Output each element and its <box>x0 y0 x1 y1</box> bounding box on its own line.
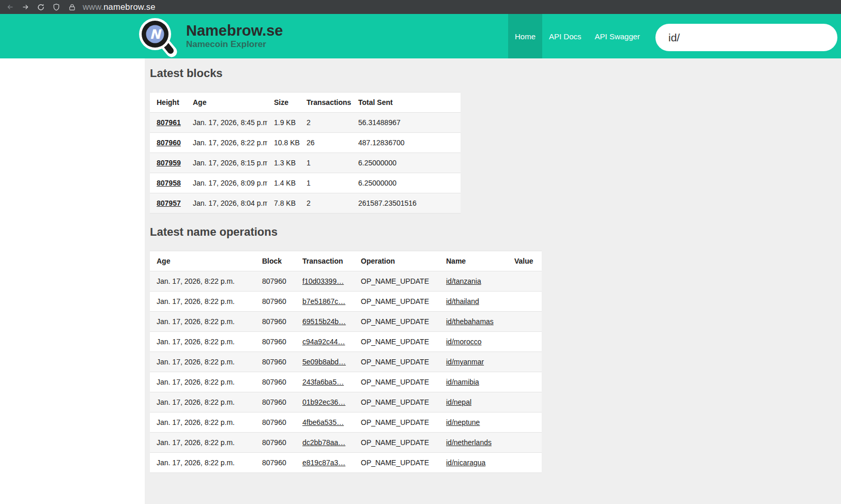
op-value <box>508 332 542 352</box>
col-operation: Operation <box>354 251 439 271</box>
lock-icon[interactable] <box>64 0 80 14</box>
latest-name-operations-heading: Latest name operations <box>150 225 836 239</box>
name-operation-row: Jan. 17, 2026, 8:22 p.m. 807960 69515b24… <box>150 312 542 332</box>
block-height-link[interactable]: 807960 <box>157 139 181 147</box>
block-height-link[interactable]: 807957 <box>157 199 181 207</box>
op-age: Jan. 17, 2026, 8:22 p.m. <box>150 292 255 312</box>
magnifier-coin-logo-icon: N <box>137 16 179 57</box>
block-row: 807957 Jan. 17, 2026, 8:04 p.m. 7.8 KB 2… <box>150 193 461 213</box>
nav-item-api-swagger[interactable]: API Swagger <box>588 14 647 58</box>
name-link[interactable]: id/nicaragua <box>446 459 485 467</box>
name-link[interactable]: id/netherlands <box>446 438 492 447</box>
op-value <box>508 292 542 312</box>
col-block: Block <box>255 251 296 271</box>
transaction-link[interactable]: dc2bb78aa… <box>302 438 345 447</box>
block-age: Jan. 17, 2026, 8:45 p.m. <box>186 113 267 133</box>
op-block: 807960 <box>255 372 296 392</box>
op-value <box>508 453 542 473</box>
ops-header-row: Age Block Transaction Operation Name Val… <box>150 251 542 271</box>
op-block: 807960 <box>255 433 296 453</box>
name-operation-row: Jan. 17, 2026, 8:22 p.m. 807960 b7e51867… <box>150 292 542 312</box>
op-operation: OP_NAME_UPDATE <box>354 433 439 453</box>
block-height-link[interactable]: 807959 <box>157 159 181 167</box>
name-operation-row: Jan. 17, 2026, 8:22 p.m. 807960 dc2bb78a… <box>150 433 542 453</box>
op-value <box>508 352 542 372</box>
op-block: 807960 <box>255 352 296 372</box>
nav-item-home[interactable]: Home <box>508 14 542 58</box>
name-link[interactable]: id/thailand <box>446 297 479 306</box>
url-prefix: www. <box>83 2 103 11</box>
op-value <box>508 312 542 332</box>
op-operation: OP_NAME_UPDATE <box>354 352 439 372</box>
op-operation: OP_NAME_UPDATE <box>354 332 439 352</box>
block-size: 10.8 KB <box>267 133 300 153</box>
block-size: 1.9 KB <box>267 113 300 133</box>
op-operation: OP_NAME_UPDATE <box>354 453 439 473</box>
block-total-sent: 56.31488967 <box>351 113 461 133</box>
op-age: Jan. 17, 2026, 8:22 p.m. <box>150 312 255 332</box>
transaction-link[interactable]: b7e51867c… <box>302 297 345 306</box>
transaction-link[interactable]: c94a92c44… <box>302 338 345 346</box>
block-row: 807958 Jan. 17, 2026, 8:09 p.m. 1.4 KB 1… <box>150 173 461 193</box>
transaction-link[interactable]: 243fa6ba5… <box>302 378 344 386</box>
name-operation-row: Jan. 17, 2026, 8:22 p.m. 807960 c94a92c4… <box>150 332 542 352</box>
forward-icon[interactable] <box>18 0 33 14</box>
op-age: Jan. 17, 2026, 8:22 p.m. <box>150 372 255 392</box>
block-row: 807959 Jan. 17, 2026, 8:15 p.m. 1.3 KB 1… <box>150 153 461 173</box>
name-link[interactable]: id/namibia <box>446 378 479 386</box>
svg-text:N: N <box>150 27 162 42</box>
op-age: Jan. 17, 2026, 8:22 p.m. <box>150 453 255 473</box>
block-total-sent: 261587.23501516 <box>351 193 461 213</box>
url-domain: namebrow.se <box>103 2 155 11</box>
reload-icon[interactable] <box>33 0 49 14</box>
name-link[interactable]: id/nepal <box>446 398 471 406</box>
block-size: 7.8 KB <box>267 193 300 213</box>
op-block: 807960 <box>255 392 296 413</box>
name-link[interactable]: id/morocco <box>446 338 481 346</box>
block-total-sent: 487.12836700 <box>351 133 461 153</box>
name-link[interactable]: id/myanmar <box>446 358 484 366</box>
op-operation: OP_NAME_UPDATE <box>354 292 439 312</box>
url-bar[interactable]: www.namebrow.se <box>83 2 156 12</box>
name-link[interactable]: id/neptune <box>446 418 480 426</box>
search-input[interactable] <box>655 24 837 51</box>
op-operation: OP_NAME_UPDATE <box>354 372 439 392</box>
name-operation-row: Jan. 17, 2026, 8:22 p.m. 807960 f10d0339… <box>150 271 542 292</box>
transaction-link[interactable]: 5e09b8abd… <box>302 358 346 366</box>
name-link[interactable]: id/thebahamas <box>446 317 494 326</box>
block-height-link[interactable]: 807961 <box>157 118 181 127</box>
op-value <box>508 372 542 392</box>
op-value <box>508 271 542 292</box>
op-age: Jan. 17, 2026, 8:22 p.m. <box>150 352 255 372</box>
browser-toolbar: www.namebrow.se <box>0 0 841 14</box>
back-icon[interactable] <box>2 0 18 14</box>
op-block: 807960 <box>255 453 296 473</box>
block-size: 1.4 KB <box>267 173 300 193</box>
block-age: Jan. 17, 2026, 8:04 p.m. <box>186 193 267 213</box>
transaction-link[interactable]: 4fbe6a535… <box>302 418 344 426</box>
block-transactions: 26 <box>300 133 351 153</box>
latest-blocks-table: Height Age Size Transactions Total Sent … <box>150 92 461 213</box>
col-transaction: Transaction <box>296 251 354 271</box>
block-age: Jan. 17, 2026, 8:22 p.m. <box>186 133 267 153</box>
brand[interactable]: N Namebrow.se Namecoin Explorer <box>137 14 283 58</box>
op-age: Jan. 17, 2026, 8:22 p.m. <box>150 271 255 292</box>
col-age: Age <box>186 93 267 113</box>
transaction-link[interactable]: f10d03399… <box>302 277 344 285</box>
nav-item-api-docs[interactable]: API Docs <box>542 14 588 58</box>
op-age: Jan. 17, 2026, 8:22 p.m. <box>150 433 255 453</box>
op-block: 807960 <box>255 312 296 332</box>
name-link[interactable]: id/tanzania <box>446 277 481 285</box>
transaction-link[interactable]: 69515b24b… <box>302 317 346 326</box>
op-value <box>508 413 542 433</box>
name-operation-row: Jan. 17, 2026, 8:22 p.m. 807960 5e09b8ab… <box>150 352 542 372</box>
col-name: Name <box>439 251 508 271</box>
latest-name-operations-table: Age Block Transaction Operation Name Val… <box>150 251 542 473</box>
block-total-sent: 6.25000000 <box>351 173 461 193</box>
block-total-sent: 6.25000000 <box>351 153 461 173</box>
transaction-link[interactable]: e819c87a3… <box>302 459 345 467</box>
block-height-link[interactable]: 807958 <box>157 179 181 187</box>
shield-icon[interactable] <box>49 0 64 14</box>
op-operation: OP_NAME_UPDATE <box>354 413 439 433</box>
transaction-link[interactable]: 01b92ec36… <box>302 398 345 406</box>
